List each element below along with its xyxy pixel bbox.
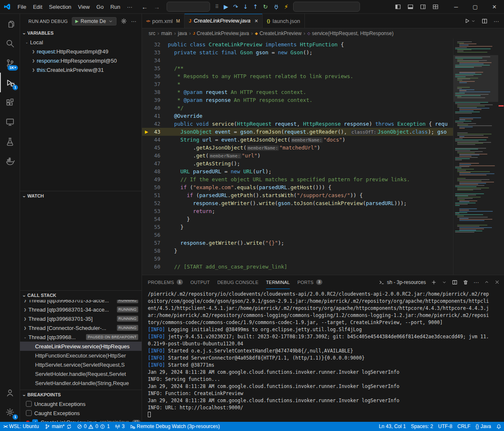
eol-setting[interactable]: CRLF [455,422,473,431]
editor-more-actions[interactable]: ··· [494,18,499,24]
variables-scope-local[interactable]: ⌄Local [20,38,142,47]
cursor-position[interactable]: Ln 43, Col 1 [376,422,408,431]
terminal-selector[interactable]: sh - 3p-resources [379,279,426,285]
tab-pom.xml[interactable]: </>pom.xmlM [142,14,185,28]
debug-step-over-button[interactable]: ↷ [233,4,238,10]
code-line[interactable]: 34 [142,56,504,64]
problems-indicator[interactable]: 0 0 1 [74,422,112,431]
split-editor-icon[interactable] [481,18,488,24]
line-number-gutter[interactable]: 56 [142,231,168,239]
git-branch-item[interactable]: main* [42,422,74,431]
debug-continue-button[interactable]: ▶ [224,4,228,10]
menu-view[interactable]: View [75,2,93,12]
code-line[interactable]: 39 * @param response An HTTP response co… [142,96,504,104]
line-number-gutter[interactable]: 52 [142,199,168,207]
callstack-frame[interactable]: HttpFunctionExecutor.service(HttpSer [20,351,142,360]
indentation-setting[interactable]: Spaces: 2 [408,422,436,431]
new-terminal-icon[interactable] [431,279,437,285]
toggle-secondary-sidebar-icon[interactable] [420,3,426,10]
terminal-output[interactable]: /pierrick/.m2/repository/io/cloudevents/… [142,289,504,422]
code-line[interactable]: ▶43 JsonObject event = gson.fromJson(req… [142,128,504,136]
nav-back-icon[interactable]: ← [142,3,148,10]
code-line[interactable]: 57 response.getWriter().write("{}"); [142,239,504,247]
line-number-gutter[interactable]: 48 [142,167,168,175]
maximize-button[interactable]: ▢ [466,0,485,13]
breadcrumb-item[interactable]: ◇service(HttpRequest, HttpResponse) [307,30,393,36]
variable-item[interactable]: ❯this: CreateLinkPreview@31 [20,65,142,74]
code-line[interactable]: 50 if ("example.com".equals(parsedURL.ge… [142,183,504,191]
line-number-gutter[interactable]: 36 [142,72,168,80]
code-line[interactable]: 59 [142,255,504,263]
terminal-dropdown-icon[interactable] [442,280,447,285]
breadcrumb-item[interactable]: src [149,30,155,36]
line-number-gutter[interactable]: 57 [142,239,168,247]
tab-CreateLinkPreview.java[interactable]: JCreateLinkPreview.java× [185,14,263,28]
code-line[interactable]: 49 // If the event object URL matches a … [142,175,504,183]
variable-item[interactable]: ❯request: HttpRequestImpl@49 [20,47,142,56]
language-mode[interactable]: {}Java [473,422,494,431]
command-center-right[interactable] [293,2,360,12]
line-number-gutter[interactable]: 40 [142,104,168,112]
breakpoint-item[interactable]: Caught Exceptions [20,408,142,418]
debug-disconnect-button[interactable] [273,3,279,10]
line-number-gutter[interactable]: 59 [142,255,168,263]
encoding-setting[interactable]: UTF-8 [436,422,455,431]
callstack-frame[interactable]: ServletHandler.doHandle(String,Reque [20,378,142,388]
menu-overflow[interactable]: ··· [124,2,136,12]
terminal-cursor[interactable] [148,412,151,417]
line-number-gutter[interactable]: 46 [142,152,168,160]
line-number-gutter[interactable]: 34 [142,56,168,64]
code-line[interactable]: 40 */ [142,104,504,112]
code-line[interactable]: 45 .getAsJsonObject(memberName:"matchedU… [142,144,504,152]
start-debug-icon[interactable]: ▶ [75,19,79,23]
code-editor[interactable]: 32public class CreateLinkPreview impleme… [142,38,504,275]
code-line[interactable]: 60 // [START add_ons_case_preview_link] [142,263,504,271]
callstack-frame[interactable]: HttpServlet.service(ServletRequest,S [20,360,142,369]
callstack-frame[interactable]: CreateLinkPreview.service(HttpReques [20,342,142,351]
watch-header[interactable]: ⌄WATCH [20,191,142,200]
line-number-gutter[interactable]: 44 [142,136,168,144]
code-line[interactable]: 54 } [142,215,504,223]
toolbar-grip-icon[interactable]: ⠿ [215,4,219,9]
breakpoint-checkbox[interactable] [26,401,32,407]
callstack-frame[interactable]: ServletHolder.handle(Request,Servlet [20,369,142,378]
panel-tab-ports[interactable]: PORTS3 [297,275,322,289]
menu-run[interactable]: Run [107,2,124,12]
tab-launch.json[interactable]: {}launch.json [263,14,305,28]
line-number-gutter[interactable]: 53 [142,207,168,215]
close-icon[interactable]: × [255,18,258,24]
debug-step-into-button[interactable]: ↓ [243,4,248,10]
breadcrumb-item[interactable]: JCreateLinkPreview.java [193,30,249,36]
maximize-panel-icon[interactable] [484,279,489,285]
breakpoint-item[interactable]: ✓CreateLinkPreview.javasrc/main/java43 [20,418,142,422]
callstack-thread[interactable]: ❯Thread [Connector-Scheduler-...RUNNING [20,323,142,332]
settings-button[interactable]: 1 [0,402,20,422]
debug-session-indicator[interactable]: Remote Debug Watch (3p-resources) [127,422,223,431]
debug-restart-button[interactable]: ↻ [263,4,268,10]
call-stack-header[interactable]: ⌄CALL STACK [20,291,142,300]
nav-forward-icon[interactable]: → [154,3,160,10]
panel-tab-problems[interactable]: PROBLEMS1 [148,275,183,289]
code-line[interactable]: 37 * [142,80,504,88]
kill-terminal-icon[interactable] [463,279,469,285]
command-center-left[interactable] [167,2,210,12]
callstack-thread[interactable]: ❯Thread [qtp399683701-35]RUNNING [20,314,142,323]
minimap[interactable] [453,38,498,275]
callstack-thread[interactable]: ❯Thread [qtp399683701-34-acce...RUNNING [20,305,142,314]
sidebar-item-remote-explorer[interactable] [0,112,20,132]
line-number-gutter[interactable]: 54 [142,215,168,223]
debug-step-out-button[interactable]: ↑ [253,4,258,10]
notifications-bell[interactable] [494,422,504,431]
line-number-gutter[interactable]: 37 [142,80,168,88]
callstack-thread[interactable]: ❯Thread [qtp399683701-33-acce...RUNNING [20,300,142,305]
overview-ruler[interactable] [498,38,504,275]
line-number-gutter[interactable]: 45 [142,144,168,152]
line-number-gutter[interactable]: 39 [142,96,168,104]
code-line[interactable]: 35 /** [142,64,504,72]
remote-indicator[interactable]: >< WSL: Ubuntu [0,422,42,431]
debug-settings-gear-icon[interactable] [121,18,127,24]
sidebar-item-testing[interactable] [0,132,20,151]
line-number-gutter[interactable]: 58 [142,247,168,255]
line-number-gutter[interactable]: 33 [142,48,168,56]
sidebar-item-source-control[interactable]: 1K+ [0,53,20,73]
